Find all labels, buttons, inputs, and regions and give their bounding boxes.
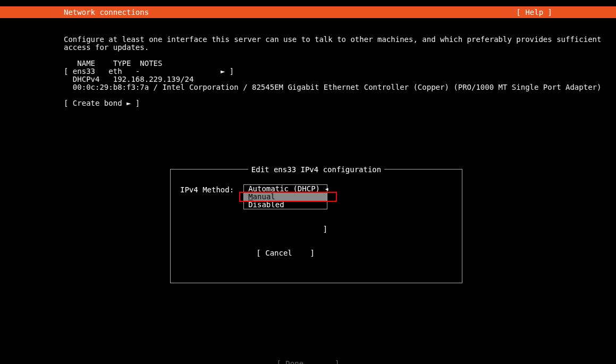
dialog-buttons: ] [ Cancel ]	[243, 209, 327, 273]
dialog-body: IPv4 Method: Automatic (DHCP) ◂ Manual D…	[180, 184, 452, 273]
dhcp-info: DHCPv4 192.168.229.139/24	[64, 75, 193, 83]
option-manual-accel: M	[248, 192, 252, 201]
dialog-title-row: Edit ens33 IPv4 configuration	[171, 165, 462, 174]
save-button-partial[interactable]: ]	[243, 225, 327, 233]
edit-ipv4-dialog: Edit ens33 IPv4 configuration IPv4 Metho…	[170, 169, 462, 283]
header-bar: Network connections [ Help ]	[0, 6, 616, 18]
ipv4-method-dropdown[interactable]: Automatic (DHCP) ◂ Manual Disabled	[243, 184, 327, 209]
option-disabled[interactable]: Disabled	[244, 201, 327, 209]
create-bond-button[interactable]: [ Create bond ► ]	[64, 99, 140, 107]
top-black-bar	[0, 0, 616, 6]
table-header: NAME TYPE NOTES	[64, 59, 162, 67]
interface-row[interactable]: [ ens33 eth - ► ]	[64, 67, 234, 75]
cancel-button[interactable]: [ Cancel ]	[243, 249, 327, 257]
done-button[interactable]: [ Done ]	[0, 360, 616, 364]
hardware-info: 00:0c:29:b8:f3:7a / Intel Corporation / …	[64, 83, 601, 91]
description-text: Configure at least one interface this se…	[64, 35, 601, 52]
option-automatic[interactable]: Automatic (DHCP) ◂	[244, 185, 327, 193]
main-content: Configure at least one interface this se…	[0, 18, 616, 107]
dialog-title: Edit ens33 IPv4 configuration	[248, 165, 384, 174]
page-title: Network connections	[64, 8, 149, 16]
option-manual-text: anual	[253, 192, 275, 201]
help-button[interactable]: [ Help ]	[517, 8, 552, 16]
option-manual[interactable]: Manual	[244, 193, 327, 201]
ipv4-method-label: IPv4 Method:	[180, 184, 234, 273]
